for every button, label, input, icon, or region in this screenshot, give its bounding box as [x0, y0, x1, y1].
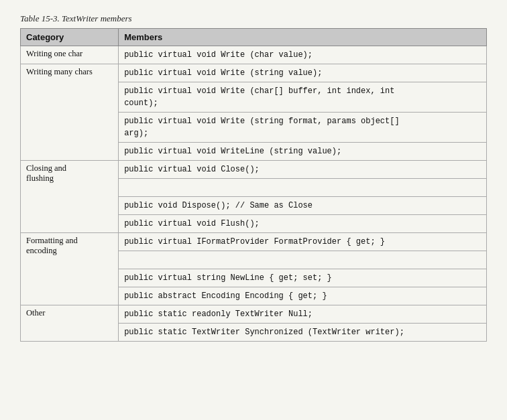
member-cell: public virtual void Flush();	[119, 215, 487, 233]
member-cell: public virtual void Write (char[] buffer…	[119, 82, 487, 113]
table-row: Closing andflushingpublic virtual void C…	[21, 161, 487, 179]
table-row: Otherpublic static readonly TextWriter N…	[21, 305, 487, 324]
member-cell	[119, 251, 487, 269]
category-cell: Closing andflushing	[21, 161, 119, 233]
member-cell: public virtual void Write (string format…	[119, 113, 487, 143]
col-header-category: Category	[21, 29, 119, 46]
table-caption: Table 15-3. TextWriter members	[20, 13, 487, 24]
member-cell	[119, 179, 487, 197]
category-cell: Other	[21, 305, 119, 342]
member-cell: public static readonly TextWriter Null;	[119, 305, 487, 324]
table-row: Formatting andencodingpublic virtual IFo…	[21, 233, 487, 251]
table-row: Writing many charspublic virtual void Wr…	[21, 64, 487, 82]
category-cell: Writing many chars	[21, 64, 119, 161]
category-cell: Formatting andencoding	[21, 233, 119, 305]
member-cell: public virtual void Write (char value);	[119, 46, 487, 64]
member-cell: public virtual void WriteLine (string va…	[119, 143, 487, 161]
member-cell: public virtual IFormatProvider FormatPro…	[119, 233, 487, 251]
member-cell: public void Dispose(); // Same as Close	[119, 197, 487, 215]
member-cell: public virtual void Write (string value)…	[119, 64, 487, 82]
col-header-members: Members	[119, 29, 487, 46]
category-cell: Writing one char	[21, 46, 119, 64]
member-cell: public static TextWriter Synchronized (T…	[119, 324, 487, 342]
member-cell: public virtual void Close();	[119, 161, 487, 179]
member-cell: public abstract Encoding Encoding { get;…	[119, 287, 487, 305]
table-row: Writing one charpublic virtual void Writ…	[21, 46, 487, 64]
textwriter-members-table: Category Members Writing one charpublic …	[20, 28, 487, 342]
member-cell: public virtual string NewLine { get; set…	[119, 269, 487, 287]
